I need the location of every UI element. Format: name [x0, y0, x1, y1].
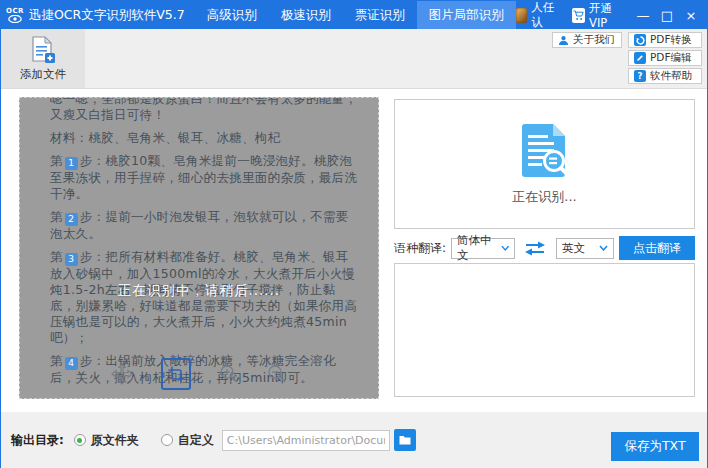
window-controls: — □ × — [631, 4, 703, 26]
radio-unselected-icon — [161, 434, 173, 446]
translation-result-panel — [394, 263, 695, 397]
chevron-down-icon — [599, 245, 608, 251]
output-path-input[interactable] — [222, 430, 390, 451]
image-preview[interactable]: 嗯一嗯，全部都是胶原蛋白！而且不会有太多的能量，又瘦又白指日可待！ 材料：桃胶、… — [19, 97, 379, 399]
main-tabs: 高级识别 极速识别 票证识别 图片局部识别 — [195, 1, 516, 29]
crop-tool-icon[interactable] — [161, 358, 191, 390]
output-bar: 输出目录: 原文件夹 自定义 保存为TXT — [1, 412, 707, 468]
recipe-paragraph: 第1步：桃胶10颗、皂角米提前一晚浸泡好。桃胶泡至果冻状，用手捏碎，细心的去挑里… — [50, 153, 360, 202]
zoom-in-tool-icon[interactable] — [219, 364, 239, 384]
open-vip-button[interactable]: 开通VIP — [572, 1, 621, 30]
pdf-edit-label: PDF编辑 — [650, 51, 691, 65]
about-us-label: 关于我们 — [573, 33, 615, 47]
app-title: 迅捷OCR文字识别软件V5.7 — [29, 7, 185, 24]
software-help-button[interactable]: ? 软件帮助 — [628, 68, 702, 84]
add-file-label: 添加文件 — [20, 67, 66, 82]
output-directory-label: 输出目录: — [11, 432, 64, 449]
preview-toolbar — [20, 358, 378, 390]
recipe-paragraph: 材料：桃胶、皂角米、银耳、冰糖、枸杞 — [50, 130, 360, 146]
eye-icon — [8, 15, 22, 23]
recipe-paragraph: 第2步：提前一小时泡发银耳，泡软就可以，不需要泡太久。 — [50, 209, 360, 242]
custom-folder-label: 自定义 — [178, 432, 214, 449]
translation-label: 语种翻译: — [394, 240, 446, 257]
vip-label: 开通VIP — [589, 1, 621, 30]
translation-bar: 语种翻译: 简体中文 英文 点击 — [394, 236, 695, 260]
close-button[interactable]: × — [679, 4, 703, 26]
folder-icon — [399, 435, 411, 445]
user-label: 人任认 — [531, 0, 558, 30]
target-language-value: 英文 — [562, 241, 585, 256]
convert-icon — [634, 34, 646, 46]
pdf-convert-label: PDF转换 — [650, 33, 691, 47]
paragraph-text: 材料：桃胶、皂角米、银耳、冰糖、枸杞 — [50, 130, 280, 145]
app-window: OCR 迅捷OCR文字识别软件V5.7 高级识别 极速识别 票证识别 图片局部识… — [0, 0, 708, 468]
radio-selected-icon — [74, 434, 86, 446]
radio-custom-folder[interactable]: 自定义 — [161, 432, 214, 449]
app-logo: OCR — [6, 8, 24, 23]
pdf-edit-button[interactable]: PDF编辑 — [628, 50, 702, 66]
person-icon — [558, 35, 569, 46]
titlebar: OCR 迅捷OCR文字识别软件V5.7 高级识别 极速识别 票证识别 图片局部识… — [1, 1, 707, 29]
chevron-down-icon — [501, 245, 510, 251]
maximize-button[interactable]: □ — [655, 4, 679, 26]
cart-icon — [572, 8, 585, 23]
user-account[interactable]: 人任认 — [516, 0, 558, 30]
toolbar: 添加文件 关于我们 — [1, 29, 707, 89]
tab-partial-image-ocr[interactable]: 图片局部识别 — [417, 1, 516, 29]
translate-button[interactable]: 点击翻译 — [619, 236, 695, 260]
tab-advanced-ocr[interactable]: 高级识别 — [195, 1, 269, 29]
pan-tool-icon[interactable] — [111, 363, 133, 385]
tab-ticket-ocr[interactable]: 票证识别 — [343, 1, 417, 29]
step-badge: 3 — [65, 253, 78, 266]
source-language-value: 简体中文 — [457, 233, 500, 263]
add-file-icon — [30, 36, 56, 64]
software-help-label: 软件帮助 — [650, 69, 692, 83]
step-badge: 2 — [65, 213, 78, 226]
source-folder-label: 原文件夹 — [91, 432, 139, 449]
zoom-out-tool-icon[interactable] — [267, 364, 287, 384]
recognizing-overlay: 正在识别中，请稍后...... — [20, 282, 378, 300]
pdf-convert-button[interactable]: PDF转换 — [628, 32, 702, 48]
source-language-select[interactable]: 简体中文 — [451, 238, 515, 259]
step-badge: 1 — [65, 157, 78, 170]
add-file-button[interactable]: 添加文件 — [1, 29, 85, 88]
recipe-paragraph: 嗯一嗯，全部都是胶原蛋白！而且不会有太多的能量，又瘦又白指日可待！ — [50, 97, 360, 123]
logo-text: OCR — [6, 8, 24, 15]
paragraph-text: 嗯一嗯，全部都是胶原蛋白！而且不会有太多的能量，又瘦又白指日可待！ — [50, 97, 357, 122]
user-avatar-icon — [516, 8, 528, 23]
pencil-icon — [634, 52, 646, 64]
question-icon: ? — [634, 70, 646, 82]
browse-folder-button[interactable] — [394, 429, 416, 451]
main-area: 嗯一嗯，全部都是胶原蛋白！而且不会有太多的能量，又瘦又白指日可待！ 材料：桃胶、… — [1, 89, 707, 412]
titlebar-right: 人任认 开通VIP — □ × — [516, 0, 707, 30]
radio-source-folder[interactable]: 原文件夹 — [74, 432, 139, 449]
minimize-button[interactable]: — — [631, 4, 655, 26]
tab-fast-ocr[interactable]: 极速识别 — [269, 1, 343, 29]
target-language-select[interactable]: 英文 — [556, 238, 614, 259]
save-as-txt-button[interactable]: 保存为TXT — [611, 432, 699, 461]
toolbar-actions: 关于我们 PDF转换 — [552, 32, 702, 84]
about-us-button[interactable]: 关于我们 — [552, 32, 622, 48]
swap-languages-icon[interactable] — [524, 241, 546, 256]
document-scan-icon — [518, 122, 572, 180]
recognition-status-text: 正在识别... — [512, 188, 576, 206]
recipe-text: 嗯一嗯，全部都是胶原蛋白！而且不会有太多的能量，又瘦又白指日可待！ 材料：桃胶、… — [20, 97, 378, 386]
recognition-result-panel: 正在识别... — [394, 99, 695, 229]
